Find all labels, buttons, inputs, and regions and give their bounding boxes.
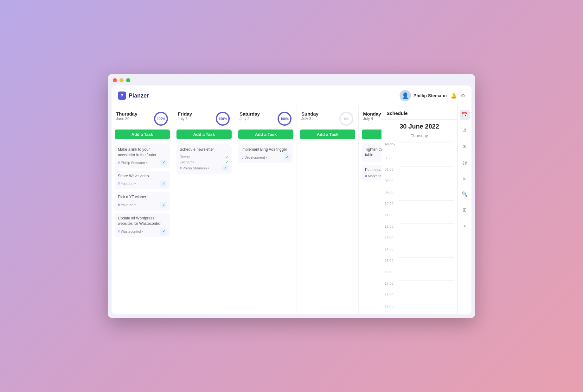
task-tag[interactable]: # Youtube ▾ [118, 182, 136, 186]
progress-circle-sunday: 0% [339, 111, 354, 126]
minimize-button[interactable] [119, 78, 124, 82]
tag-dropdown-icon[interactable]: ▾ [142, 230, 144, 233]
task-tag[interactable]: # Phillip Stemann ▾ [180, 166, 209, 170]
progress-circle-saturday: 100% [277, 111, 292, 126]
time-label: 19:00 [385, 303, 399, 308]
at-icon[interactable]: @ [460, 157, 470, 168]
task-tag-row: # Wastecontrol ▾ ✓ [118, 228, 167, 235]
time-slot[interactable] [399, 223, 454, 235]
add-task-btn-monday[interactable]: Add a [362, 130, 381, 139]
time-slot[interactable] [399, 280, 454, 292]
time-slot[interactable] [399, 212, 454, 223]
time-slot[interactable] [399, 257, 454, 269]
logo-icon: P [118, 92, 126, 100]
titlebar [108, 74, 475, 85]
day-date-saturday: July 2 [240, 117, 260, 121]
close-button[interactable] [113, 78, 117, 82]
time-label: 15:00 [385, 257, 399, 262]
time-slot[interactable] [399, 155, 454, 166]
time-slot[interactable] [399, 189, 454, 200]
task-item[interactable]: Tighten the screw office table [362, 144, 381, 162]
hash-symbol: # [118, 203, 120, 207]
task-item[interactable]: Update all Wordpress websites for Wastec… [115, 213, 170, 237]
tag-dropdown-icon[interactable]: ▾ [266, 156, 267, 159]
tag-dropdown-icon[interactable]: ▾ [146, 161, 148, 164]
time-row: 14:00 [381, 246, 457, 257]
subtask-check: ✓ [226, 155, 228, 159]
subtask-label: Revue [180, 155, 190, 159]
time-slot[interactable] [399, 235, 454, 246]
task-tag[interactable]: # Youtube ▾ [118, 203, 136, 207]
header-right: 👤 Phillip Stemann 🔔 ⚙ [400, 90, 465, 101]
hash-symbol: # [118, 161, 120, 165]
time-label: 17:00 [385, 280, 399, 285]
task-tag[interactable]: # Wastecontrol ▾ [118, 230, 144, 233]
task-checkbox[interactable]: ✓ [160, 180, 167, 187]
subtask-label: Encharge [180, 160, 195, 164]
day-date-thursday: June 30 [116, 117, 138, 121]
add-task-btn-sunday[interactable]: Add a Task [300, 130, 355, 139]
day-title-thursday: Thursday [116, 111, 138, 117]
add-task-btn-friday[interactable]: Add a Task [176, 130, 232, 139]
task-checkbox[interactable]: ✓ [222, 165, 228, 171]
settings-icon[interactable]: ⚙ [461, 93, 465, 99]
column-saturday: Saturday July 2 100% Add a Task Implemen… [235, 106, 297, 314]
day-header-friday: Friday July 1 100% [173, 106, 235, 130]
time-row: 10:00 [381, 200, 457, 212]
time-slot[interactable] [399, 166, 454, 178]
hash-icon[interactable]: # [460, 126, 470, 136]
task-checkbox[interactable]: ✓ [284, 154, 290, 161]
tag-dropdown-icon[interactable]: ▾ [134, 182, 136, 185]
logo: P Planzer [118, 92, 149, 100]
tag-name: Marketing [368, 174, 381, 178]
inbox-icon[interactable]: ⊡ [460, 173, 470, 183]
time-label: 09:00 [385, 189, 399, 194]
task-item[interactable]: Make a link to your newsletter in the fo… [115, 144, 170, 168]
time-slot[interactable] [399, 269, 454, 280]
schedule-header: Schedule [381, 106, 457, 120]
task-item[interactable]: Schedule newsletter Revue ✓ Encharge ✓ #… [176, 144, 232, 174]
task-item[interactable]: Implement Bing Ads trigger # Development… [238, 144, 293, 163]
tag-dropdown-icon[interactable]: ▾ [134, 203, 136, 206]
header: P Planzer 👤 Phillip Stemann 🔔 ⚙ [112, 85, 471, 106]
calendar-icon[interactable]: 📅 [460, 110, 470, 120]
tag-dropdown-icon[interactable]: ▾ [208, 167, 209, 170]
user-info: 👤 Phillip Stemann [400, 90, 447, 101]
task-checkbox[interactable]: ✓ [160, 202, 167, 208]
task-checkbox[interactable]: ✓ [160, 228, 167, 235]
schedule-title: Schedule [387, 111, 408, 116]
search-icon[interactable]: 🔍 [460, 189, 470, 199]
notification-icon[interactable]: 🔔 [451, 93, 457, 99]
add-task-btn-thursday[interactable]: Add a Task [115, 130, 170, 139]
day-title-sunday: Sunday [301, 111, 318, 117]
task-checkbox[interactable]: ✓ [160, 160, 167, 166]
task-item[interactable]: Share Wave.video # Youtube ▾ ✓ [115, 171, 170, 190]
task-title: Update all Wordpress websites for Wastec… [118, 216, 167, 226]
task-list-friday: Schedule newsletter Revue ✓ Encharge ✓ #… [173, 142, 235, 314]
grid-icon[interactable]: ⊞ [460, 205, 470, 215]
time-slot[interactable] [399, 178, 454, 189]
task-item[interactable]: Plan social media week # Marketing ▾ [362, 165, 381, 181]
time-slot[interactable] [399, 200, 454, 212]
time-slot[interactable] [399, 292, 454, 303]
task-tag[interactable]: # Marketing ▾ [365, 174, 381, 178]
app-name: Planzer [129, 92, 149, 99]
task-tag-row: # Youtube ▾ ✓ [118, 180, 167, 187]
time-slot[interactable] [399, 246, 454, 257]
time-slot[interactable] [399, 303, 454, 314]
task-tag[interactable]: # Phillip Stemann ▾ [118, 161, 148, 165]
task-tag-row: # Phillip Stemann ▾ ✓ [118, 160, 167, 166]
tag-name: Development [244, 155, 265, 159]
day-title-monday: Monday [363, 111, 381, 117]
time-label: 08:00 [385, 178, 399, 183]
task-item[interactable]: Pick a YT winner # Youtube ▾ ✓ [115, 192, 170, 211]
schedule-body[interactable]: All-day 06:00 07:00 08:00 09:00 10:00 11… [381, 141, 457, 314]
time-row: 16:00 [381, 269, 457, 280]
task-tag[interactable]: # Development ▾ [241, 155, 267, 159]
add-task-btn-saturday[interactable]: Add a Task [238, 130, 293, 139]
plus-icon[interactable]: + [460, 221, 470, 231]
email-icon[interactable]: ✉ [460, 142, 470, 152]
time-row: 07:00 [381, 166, 457, 178]
maximize-button[interactable] [126, 78, 130, 82]
day-title-saturday: Saturday [240, 111, 260, 117]
